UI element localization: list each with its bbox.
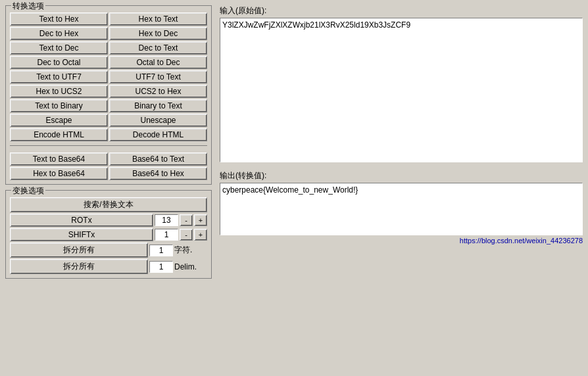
split2-suffix: Delim. <box>174 262 207 271</box>
hex-to-ucs2-button[interactable]: Hex to UCS2 <box>10 85 108 98</box>
shiftx-input[interactable] <box>155 229 178 241</box>
left-panel: 转换选项 Text to Hex Hex to Text Dec to Hex … <box>0 0 217 376</box>
hex-to-base64-button[interactable]: Hex to Base64 <box>10 167 108 180</box>
input-label: 输入(原始值): <box>220 5 583 16</box>
unescape-button[interactable]: Unescape <box>109 114 207 127</box>
hex-to-text-button[interactable]: Hex to Text <box>109 12 207 26</box>
dec-to-text-button[interactable]: Dec to Text <box>109 41 207 55</box>
base64-to-text-button[interactable]: Base64 to Text <box>109 153 207 166</box>
output-label: 输出(转换值): <box>220 170 583 181</box>
shiftx-plus-button[interactable]: + <box>194 229 207 241</box>
rotx-plus-button[interactable]: + <box>194 214 207 226</box>
split1-row: 拆分所有 字符. <box>10 243 207 258</box>
split1-suffix: 字符. <box>174 245 207 256</box>
decode-html-button[interactable]: Decode HTML <box>109 128 207 141</box>
text-to-binary-button[interactable]: Text to Binary <box>10 99 108 112</box>
utf7-to-text-button[interactable]: UTF7 to Text <box>109 70 207 83</box>
search-replace-button[interactable]: 搜索/替换文本 <box>10 197 207 212</box>
shiftx-row: SHIFTx - + <box>10 228 207 241</box>
shiftx-minus-button[interactable]: - <box>180 229 193 241</box>
text-to-base64-button[interactable]: Text to Base64 <box>10 153 108 166</box>
transform-group: 变换选项 搜索/替换文本 ROTx - + SHIFTx - + 拆分所有 字符… <box>5 190 212 279</box>
ucs2-to-hex-button[interactable]: UCS2 to Hex <box>109 85 207 98</box>
dec-to-octal-button[interactable]: Dec to Octal <box>10 56 108 69</box>
rotx-input[interactable] <box>155 214 178 226</box>
conversion-buttons-grid: Text to Hex Hex to Text Dec to Hex Hex t… <box>10 12 207 141</box>
encode-html-button[interactable]: Encode HTML <box>10 128 108 141</box>
split1-button[interactable]: 拆分所有 <box>10 243 148 258</box>
base64-buttons-grid: Text to Base64 Base64 to Text Hex to Bas… <box>10 153 207 180</box>
split1-input[interactable] <box>149 245 173 256</box>
text-to-utf7-button[interactable]: Text to UTF7 <box>10 70 108 83</box>
escape-button[interactable]: Escape <box>10 114 108 127</box>
output-textarea[interactable] <box>220 183 583 235</box>
transform-title: 变换选项 <box>11 185 45 197</box>
conversion-title: 转换选项 <box>11 1 45 12</box>
binary-to-text-button[interactable]: Binary to Text <box>109 99 207 112</box>
input-textarea[interactable] <box>220 18 583 162</box>
text-to-hex-button[interactable]: Text to Hex <box>10 12 108 26</box>
hex-to-dec-button[interactable]: Hex to Dec <box>109 27 207 40</box>
base64-to-hex-button[interactable]: Base64 to Hex <box>109 167 207 180</box>
rotx-row: ROTx - + <box>10 214 207 227</box>
split2-row: 拆分所有 Delim. <box>10 259 207 274</box>
shiftx-button[interactable]: SHIFTx <box>10 228 153 241</box>
octal-to-dec-button[interactable]: Octal to Dec <box>109 56 207 69</box>
conversion-group: 转换选项 Text to Hex Hex to Text Dec to Hex … <box>5 5 212 185</box>
split2-input[interactable] <box>149 261 173 273</box>
text-to-dec-button[interactable]: Text to Dec <box>10 41 108 55</box>
dec-to-hex-button[interactable]: Dec to Hex <box>10 27 108 40</box>
rotx-button[interactable]: ROTx <box>10 214 153 227</box>
split2-button[interactable]: 拆分所有 <box>10 259 148 274</box>
right-panel: 输入(原始值): 输出(转换值): https://blog.csdn.net/… <box>217 0 588 376</box>
url-bar: https://blog.csdn.net/weixin_44236278 <box>220 237 583 245</box>
rotx-minus-button[interactable]: - <box>180 214 193 226</box>
